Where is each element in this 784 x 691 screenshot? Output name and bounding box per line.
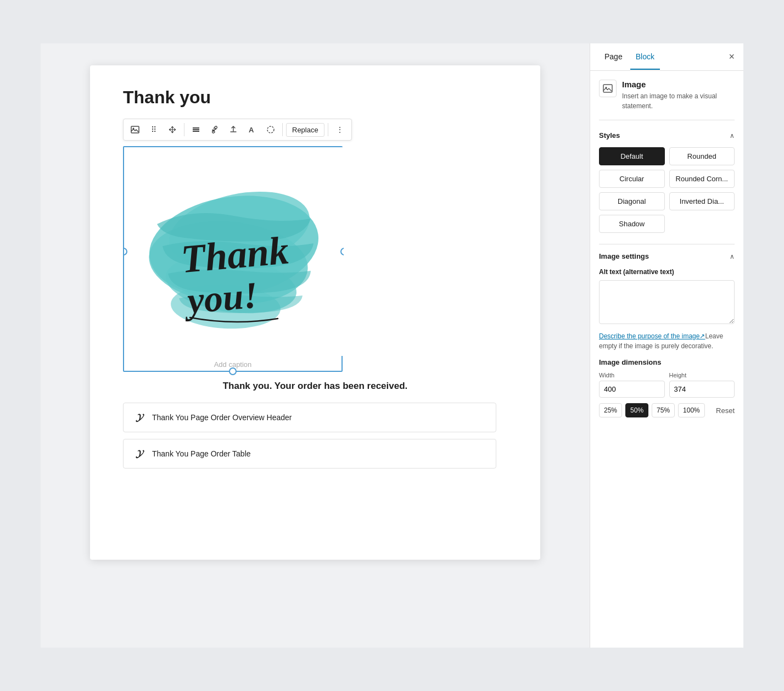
toolbar-duotone-icon[interactable] [262, 121, 279, 138]
height-label: Height [669, 372, 735, 378]
style-rounded[interactable]: Rounded [669, 147, 735, 165]
block-label-1: Thank You Page Order Overview Header [152, 413, 292, 422]
percent-row: 25% 50% 75% 100% Reset [599, 403, 735, 417]
pct-50[interactable]: 50% [625, 403, 648, 417]
toolbar-divider-2 [282, 123, 283, 136]
width-label: Width [599, 372, 665, 378]
toolbar-text-icon[interactable]: A [244, 121, 260, 138]
block-desc-text: Insert an image to make a visual stateme… [622, 91, 735, 111]
panel-body: Image Insert an image to make a visual s… [590, 71, 743, 648]
toolbar-divider-3 [328, 123, 328, 136]
svg-text:A: A [249, 126, 254, 134]
image-settings-title: Image settings [599, 252, 649, 260]
style-shadow[interactable]: Shadow [599, 215, 665, 233]
svg-text:Thank: Thank [180, 228, 290, 281]
svg-point-6 [267, 126, 274, 133]
width-input[interactable] [599, 381, 665, 398]
height-group: Height [669, 372, 735, 398]
block-item-order-header[interactable]: 𝓨 Thank You Page Order Overview Header [123, 403, 496, 432]
block-title: Image [622, 80, 735, 89]
toolbar-more-button[interactable]: ⋮ [332, 121, 348, 138]
editor-canvas: Thank you ⠿ [90, 65, 540, 560]
image-block-wrapper: Thank you! Add caption [123, 146, 343, 372]
block-desc-icon [599, 80, 617, 97]
image-settings-section: Image settings ∧ Alt text (alternative t… [599, 244, 735, 417]
svg-rect-4 [193, 131, 199, 132]
image-block[interactable]: Thank you! [124, 147, 344, 356]
reset-button[interactable]: Reset [716, 406, 735, 415]
image-settings-toggle[interactable]: ∧ [730, 253, 735, 260]
style-inverted-dia[interactable]: Inverted Dia... [669, 192, 735, 210]
block-description: Image Insert an image to make a visual s… [599, 80, 735, 120]
styles-header: Styles ∧ [599, 131, 735, 140]
toolbar-link-icon[interactable] [206, 121, 223, 138]
page-title: Thank you [123, 87, 507, 108]
width-group: Width [599, 372, 665, 398]
pct-100[interactable]: 100% [678, 403, 705, 417]
block-icon-1: 𝓨 [132, 411, 145, 424]
block-desc-content: Image Insert an image to make a visual s… [622, 80, 735, 111]
svg-rect-14 [603, 85, 612, 92]
tab-page[interactable]: Page [599, 44, 628, 70]
alt-text-label: Alt text (alternative text) [599, 268, 735, 276]
toolbar-drag-icon[interactable]: ⠿ [145, 121, 162, 138]
toolbar-divider-1 [184, 123, 184, 136]
alt-text-hint-row: Describe the purpose of the image↗Leave … [599, 331, 735, 350]
replace-button[interactable]: Replace [286, 123, 324, 137]
style-diagonal[interactable]: Diagonal [599, 192, 665, 210]
styles-section: Styles ∧ Default Rounded Circular Rounde… [599, 131, 735, 233]
resize-handle-bottom[interactable] [229, 367, 237, 375]
tab-block[interactable]: Block [630, 44, 660, 70]
toolbar-align-icon[interactable] [188, 121, 204, 138]
dimensions-label: Image dimensions [599, 358, 735, 366]
style-default[interactable]: Default [599, 147, 665, 165]
right-panel: Page Block × Image Insert an image to ma… [590, 43, 743, 648]
panel-close-button[interactable]: × [729, 51, 735, 63]
panel-header: Page Block × [590, 43, 743, 71]
height-input[interactable] [669, 381, 735, 398]
svg-rect-3 [193, 129, 199, 130]
pct-75[interactable]: 75% [652, 403, 675, 417]
block-item-order-table[interactable]: 𝓨 Thank You Page Order Table [123, 439, 496, 469]
svg-text:you!: you! [182, 274, 260, 322]
image-settings-header: Image settings ∧ [599, 252, 735, 260]
editor-area: Thank you ⠿ [41, 43, 590, 648]
dimensions-row: Width Height [599, 372, 735, 398]
alt-text-link[interactable]: Describe the purpose of the image↗ [599, 332, 705, 340]
alt-text-input[interactable] [599, 280, 735, 324]
toolbar-move-icon[interactable] [164, 121, 181, 138]
toolbar-image-icon[interactable] [127, 121, 143, 138]
styles-toggle[interactable]: ∧ [730, 132, 735, 140]
svg-rect-2 [193, 127, 199, 129]
block-label-2: Thank You Page Order Table [152, 449, 251, 458]
styles-grid: Default Rounded Circular Rounded Corn...… [599, 147, 735, 233]
toolbar-upload-icon[interactable] [225, 121, 242, 138]
styles-title: Styles [599, 131, 620, 140]
style-rounded-corn[interactable]: Rounded Corn... [669, 170, 735, 188]
order-text: Thank you. Your order has been received. [123, 381, 507, 392]
style-circular[interactable]: Circular [599, 170, 665, 188]
pct-25[interactable]: 25% [599, 403, 622, 417]
block-toolbar: ⠿ [123, 119, 352, 141]
block-icon-2: 𝓨 [132, 447, 145, 460]
